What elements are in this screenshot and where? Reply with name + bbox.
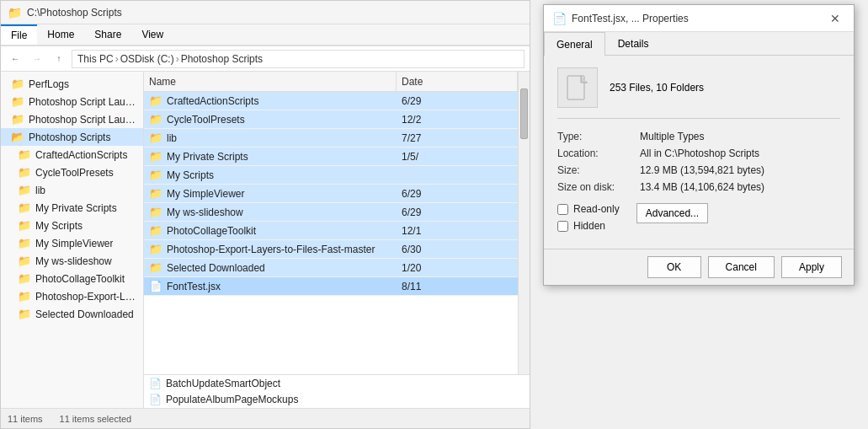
column-name[interactable]: Name	[144, 72, 397, 91]
file-list-container: Name Date 📁CraftedActionScripts 6/29 📁Cy…	[144, 72, 530, 408]
file-row[interactable]: 📁My Private Scripts 1/5/	[144, 147, 518, 166]
sidebar-label-crafted: CraftedActionScripts	[35, 149, 127, 161]
folder-icon-selected: 📂	[11, 131, 24, 143]
bottom-list-item-album[interactable]: 📄 PopulateAlbumPageMockups	[144, 392, 530, 409]
tab-home[interactable]: Home	[37, 24, 84, 45]
ok-button[interactable]: OK	[647, 256, 701, 278]
dialog-close-button[interactable]: ✕	[825, 8, 845, 29]
file-row[interactable]: 📁CycleToolPresets 12/2	[144, 110, 518, 129]
dialog-title-icon: 📄	[552, 12, 567, 25]
dialog-title-text: FontTest.jsx, ... Properties	[572, 13, 689, 24]
folder-icon: 📁	[18, 219, 31, 232]
explorer-window: 📁 C:\Photoshop Scripts File Home Share V…	[0, 0, 530, 429]
folder-icon: 📁	[149, 169, 162, 181]
tab-general[interactable]: General	[544, 32, 605, 56]
explorer-titlebar: 📁 C:\Photoshop Scripts	[1, 1, 530, 24]
status-item-count: 11 items	[8, 414, 43, 424]
file-row[interactable]: 📁My ws-slideshow 6/29	[144, 203, 518, 222]
folder-icon: 📁	[18, 148, 31, 161]
attributes-controls: Read-only Hidden Advanced...	[557, 203, 840, 237]
sidebar-label-cycle: CycleToolPresets	[35, 167, 114, 179]
column-date[interactable]: Date	[397, 72, 518, 91]
sidebar-item-cycle[interactable]: 📁 CycleToolPresets	[1, 164, 143, 181]
bottom-list-item-batch[interactable]: 📄 BatchUpdateSmartObject	[144, 375, 530, 392]
sidebar-item-myscripts[interactable]: 📁 My Scripts	[1, 217, 143, 234]
sidebar-label-myscripts: My Scripts	[35, 220, 83, 232]
file-row[interactable]: 📁My Scripts	[144, 166, 518, 185]
breadcrumb-thispc[interactable]: This PC	[77, 53, 114, 65]
sidebar-item-perflogs[interactable]: 📁 PerfLogs	[1, 75, 143, 93]
file-row[interactable]: 📁PhotoCollageToolkit 12/1	[144, 222, 518, 240]
vertical-scrollbar[interactable]	[518, 72, 530, 374]
apply-button[interactable]: Apply	[781, 256, 842, 278]
tab-details[interactable]: Details	[605, 32, 662, 55]
sidebar-item-export[interactable]: 📁 Photoshop-Export-Layers-to-Files-F	[1, 287, 143, 305]
explorer-body: 📁 PerfLogs 📁 Photoshop Script Launcher 📁…	[1, 72, 530, 408]
folder-icon: 📁	[149, 261, 162, 274]
up-button[interactable]: ↑	[50, 50, 68, 68]
folder-icon: 📁	[18, 272, 31, 285]
location-value: All in C:\Photoshop Scripts	[640, 147, 840, 159]
folder-icon: 📁	[149, 131, 162, 144]
hidden-checkbox[interactable]	[557, 221, 568, 232]
hidden-label[interactable]: Hidden	[573, 220, 605, 232]
sidebar-label-launcher-hold: Photoshop Script Launcher Hold	[29, 114, 136, 126]
file-row[interactable]: 📁lib 7/27	[144, 129, 518, 147]
forward-button[interactable]: →	[28, 50, 46, 68]
file-info-row: 253 Files, 10 Folders	[557, 67, 840, 119]
file-icon: 📄	[149, 280, 162, 292]
titlebar-folder-icon: 📁	[8, 6, 22, 19]
cancel-button[interactable]: Cancel	[708, 256, 775, 278]
advanced-button[interactable]: Advanced...	[636, 203, 708, 223]
breadcrumb-osdisk[interactable]: OSDisk (C:)	[120, 53, 174, 65]
explorer-title: C:\Photoshop Scripts	[27, 7, 122, 19]
properties-dialog: 📄 FontTest.jsx, ... Properties ✕ General…	[543, 4, 855, 286]
folder-icon: 📁	[18, 290, 31, 303]
file-list: Name Date 📁CraftedActionScripts 6/29 📁Cy…	[144, 72, 518, 374]
big-file-icon	[557, 67, 598, 108]
file-row[interactable]: 📁My SimpleViewer 6/29	[144, 185, 518, 203]
sidebar-item-selected-downloaded[interactable]: 📁 Selected Downloaded	[1, 305, 143, 323]
tab-share[interactable]: Share	[84, 24, 131, 45]
ribbon: File Home Share View	[1, 24, 530, 46]
sidebar-item-launcher-hold[interactable]: 📁 Photoshop Script Launcher Hold	[1, 110, 143, 128]
folder-icon: 📁	[18, 308, 31, 320]
sidebar-item-crafted[interactable]: 📁 CraftedActionScripts	[1, 146, 143, 164]
tab-view[interactable]: View	[131, 24, 173, 45]
size-value: 12.9 MB (13,594,821 bytes)	[640, 164, 840, 176]
sidebar-item-photocollage[interactable]: 📁 PhotoCollageToolkit	[1, 270, 143, 287]
sidebar-label-private: My Private Scripts	[35, 202, 117, 214]
file-row[interactable]: 📁Selected Downloaded 1/20	[144, 259, 518, 277]
file-row-fonttest[interactable]: 📄FontTest.jsx 8/11	[144, 277, 518, 296]
file-row[interactable]: 📁Photoshop-Export-Layers-to-Files-Fast-m…	[144, 240, 518, 259]
sidebar-item-private[interactable]: 📁 My Private Scripts	[1, 199, 143, 217]
file-row[interactable]: 📁CraftedActionScripts 6/29	[144, 92, 518, 110]
breadcrumb-photoshop-scripts[interactable]: Photoshop Scripts	[181, 53, 263, 65]
readonly-checkbox[interactable]	[557, 204, 568, 215]
back-button[interactable]: ←	[6, 50, 24, 68]
folder-icon: 📁	[149, 94, 162, 107]
sidebar-label-wssideshow: My ws-slideshow	[35, 255, 112, 267]
bottom-list: 📄 BatchUpdateSmartObject 📄 PopulateAlbum…	[144, 374, 530, 408]
sidebar-item-wssideshow[interactable]: 📁 My ws-slideshow	[1, 252, 143, 270]
folder-icon: 📁	[149, 224, 162, 237]
sidebar-item-photoshop-scripts[interactable]: 📂 Photoshop Scripts	[1, 128, 143, 146]
location-label: Location:	[557, 147, 633, 159]
tab-file[interactable]: File	[1, 24, 37, 45]
breadcrumb[interactable]: This PC › OSDisk (C:) › Photoshop Script…	[72, 50, 525, 68]
explorer-statusbar: 11 items 11 items selected	[1, 408, 530, 428]
dialog-overlay: 📄 FontTest.jsx, ... Properties ✕ General…	[530, 0, 868, 429]
scrollbar-thumb[interactable]	[520, 88, 528, 139]
size-on-disk-value: 13.4 MB (14,106,624 bytes)	[640, 181, 840, 193]
sidebar-label-photocollage: PhotoCollageToolkit	[35, 273, 125, 285]
type-label: Type:	[557, 131, 633, 142]
folder-icon: 📁	[149, 187, 162, 200]
sidebar-item-launcher[interactable]: 📁 Photoshop Script Launcher	[1, 93, 143, 110]
sidebar-item-lib[interactable]: 📁 lib	[1, 181, 143, 199]
sidebar-item-simpleviewer[interactable]: 📁 My SimpleViewer	[1, 234, 143, 252]
readonly-label[interactable]: Read-only	[573, 203, 620, 215]
sidebar-label-perflogs: PerfLogs	[29, 78, 69, 90]
checkboxes-group: Read-only Hidden	[557, 203, 620, 237]
address-bar: ← → ↑ This PC › OSDisk (C:) › Photoshop …	[1, 46, 530, 72]
file-icon-batch: 📄	[149, 378, 162, 389]
